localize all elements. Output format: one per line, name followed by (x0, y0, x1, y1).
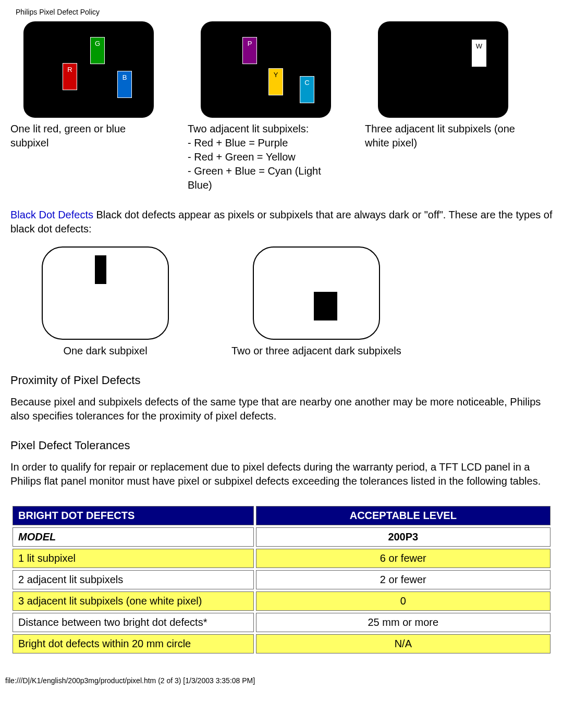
table-cell-label: MODEL (13, 527, 254, 547)
subpixel-chip: B (117, 71, 132, 98)
page-header: Philips Pixel Defect Policy (16, 8, 553, 16)
proximity-heading: Proximity of Pixel Defects (10, 374, 553, 387)
subpixel-chip: C (300, 76, 314, 103)
bright-fig-1-caption: One lit red, green or blue subpixel (10, 122, 167, 150)
table-cell-value: 0 (256, 591, 550, 611)
bright-dot-table: BRIGHT DOT DEFECTS ACCEPTABLE LEVEL MODE… (10, 504, 553, 656)
subpixel-chip: W (472, 40, 486, 67)
table-cell-value: N/A (256, 634, 550, 653)
bright-fig-1: GRB (23, 21, 154, 118)
table-row: MODEL200P3 (13, 527, 550, 547)
table-cell-label: 1 lit subpixel (13, 549, 254, 568)
proximity-text: Because pixel and subpixels defects of t… (10, 395, 553, 423)
tolerance-text: In order to qualify for repair or replac… (10, 460, 553, 488)
bright-dot-figures: GRB One lit red, green or blue subpixel … (10, 21, 553, 192)
dark-fig-1 (42, 246, 169, 340)
page-footer: file:///D|/K1/english/200p3mg/product/pi… (5, 676, 563, 685)
dark-fig-2 (253, 246, 380, 340)
subpixel-chip: G (90, 37, 105, 64)
subpixel-chip: P (242, 37, 257, 64)
table-cell-value: 6 or fewer (256, 549, 550, 568)
table-row: 1 lit subpixel6 or fewer (13, 549, 550, 568)
bright-fig-3: W (378, 21, 508, 118)
table-row: Distance between two bright dot defects*… (13, 613, 550, 632)
bright-fig-3-caption: Three adjacent lit subpixels (one white … (365, 122, 521, 150)
table-header-2: ACCEPTABLE LEVEL (256, 506, 550, 525)
table-cell-label: Distance between two bright dot defects* (13, 613, 254, 632)
tolerance-heading: Pixel Defect Tolerances (10, 439, 553, 452)
table-header-1: BRIGHT DOT DEFECTS (13, 506, 254, 525)
table-cell-label: 2 adjacent lit subpixels (13, 570, 254, 589)
black-dot-label: Black Dot Defects (10, 209, 93, 220)
bright-fig-2-caption: Two adjacent lit subpixels:- Red + Blue … (188, 122, 344, 192)
bright-fig-2: PYC (201, 21, 331, 118)
table-cell-label: Bright dot defects within 20 mm circle (13, 634, 254, 653)
table-cell-value: 200P3 (256, 527, 550, 547)
subpixel-chip: Y (268, 68, 283, 95)
table-row: 2 adjacent lit subpixels2 or fewer (13, 570, 550, 589)
subpixel-chip: R (63, 63, 77, 90)
dark-fig-2-caption: Two or three adjacent dark subpixels (231, 344, 401, 358)
table-cell-value: 25 mm or more (256, 613, 550, 632)
dark-fig-1-caption: One dark subpixel (42, 344, 169, 358)
table-row: 3 adjacent lit subpixels (one white pixe… (13, 591, 550, 611)
dark-dot-figures: One dark subpixel Two or three adjacent … (42, 246, 553, 358)
table-cell-value: 2 or fewer (256, 570, 550, 589)
table-row: Bright dot defects within 20 mm circleN/… (13, 634, 550, 653)
table-cell-label: 3 adjacent lit subpixels (one white pixe… (13, 591, 254, 611)
black-dot-intro: Black Dot Defects Black dot defects appe… (10, 208, 553, 236)
